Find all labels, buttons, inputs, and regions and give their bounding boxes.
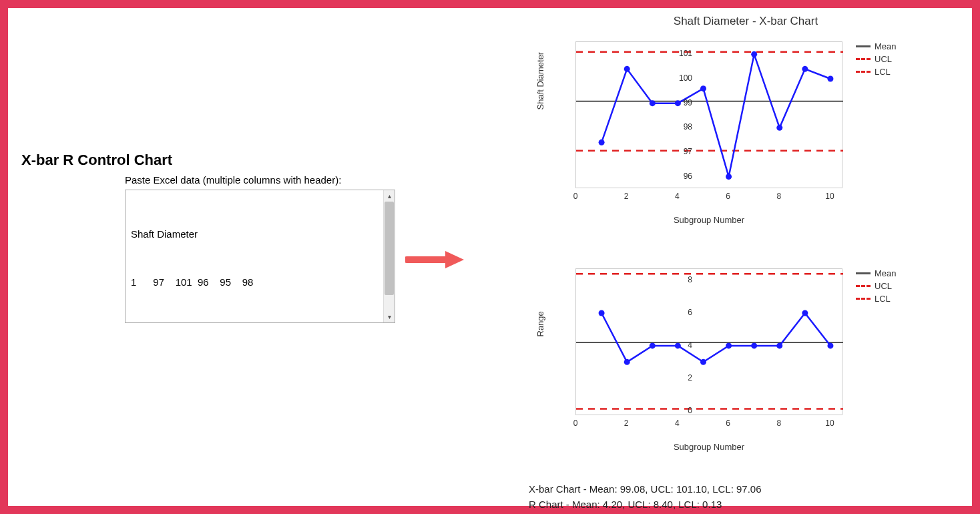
x-tick: 10 [825, 419, 834, 428]
x-tick: 4 [675, 419, 680, 428]
x-tick: 0 [573, 192, 578, 201]
legend-lcl: LCL [856, 67, 897, 77]
y-tick: 2 [666, 373, 692, 382]
arrow-icon [405, 250, 465, 270]
chart-main-title: Shaft Diameter - X-bar Chart [529, 15, 963, 28]
legend-ucl: UCL [856, 281, 897, 291]
data-textarea[interactable]: Shaft Diameter 1 97 101 96 95 98 2 99 10… [125, 190, 395, 323]
y-tick: 96 [666, 172, 692, 181]
svg-point-11 [751, 51, 757, 57]
y-tick: 98 [666, 122, 692, 132]
data-row: 1 97 101 96 95 98 [131, 274, 389, 290]
data-textarea-content[interactable]: Shaft Diameter 1 97 101 96 95 98 2 99 10… [126, 190, 395, 323]
x-tick: 10 [825, 192, 834, 201]
summary-xbar: X-bar Chart - Mean: 99.08, UCL: 101.10, … [529, 482, 963, 497]
x-tick: 6 [726, 419, 730, 428]
scrollbar[interactable]: ▴ ▾ [383, 190, 395, 322]
svg-point-10 [726, 174, 732, 180]
right-panel: Shaft Diameter - X-bar Chart Shaft Diame… [529, 15, 963, 512]
legend-swatch-mean [856, 272, 871, 274]
summary-r: R Chart - Mean: 4.20, UCL: 8.40, LCL: 0.… [529, 497, 963, 513]
y-tick: 6 [666, 308, 692, 317]
legend-ucl: UCL [856, 54, 897, 64]
svg-point-12 [776, 125, 782, 131]
summary-block: X-bar Chart - Mean: 99.08, UCL: 101.10, … [529, 482, 963, 512]
svg-point-22 [700, 359, 706, 365]
svg-point-5 [599, 140, 605, 146]
legend-mean: Mean [856, 41, 897, 51]
svg-point-6 [624, 66, 630, 72]
legend-swatch-ucl [856, 285, 871, 287]
y-tick: 99 [666, 98, 692, 107]
x-tick: 8 [776, 419, 781, 428]
x-tick: 6 [726, 192, 730, 201]
y-tick: 100 [666, 73, 692, 83]
data-row: 2 99 100 102 101 100 [131, 322, 389, 323]
x-tick: 2 [624, 192, 629, 201]
scroll-down-icon[interactable]: ▾ [384, 311, 395, 322]
x-axis-label: Subgroup Number [575, 215, 842, 225]
page: X-bar R Control Chart Paste Excel data (… [8, 8, 972, 506]
legend-swatch-mean [856, 45, 871, 47]
scroll-thumb[interactable] [385, 202, 394, 295]
y-tick: 8 [666, 275, 692, 284]
svg-point-24 [751, 342, 757, 348]
y-tick: 4 [666, 340, 692, 350]
legend-swatch-ucl [856, 58, 871, 60]
x-tick: 2 [624, 419, 629, 428]
x-tick: 0 [573, 419, 578, 428]
svg-point-13 [802, 66, 808, 72]
svg-point-27 [827, 342, 833, 348]
left-panel: X-bar R Control Chart Paste Excel data (… [21, 152, 395, 323]
y-tick: 101 [666, 49, 692, 58]
svg-point-18 [599, 310, 605, 316]
xbar-chart: Shaft Diameter Subgroup Number Mean UCL … [529, 35, 963, 235]
y-tick: 97 [666, 147, 692, 156]
svg-point-25 [776, 342, 782, 348]
svg-point-19 [624, 359, 630, 365]
legend-mean: Mean [856, 268, 897, 278]
y-tick: 0 [666, 406, 692, 415]
legend: Mean UCL LCL [856, 268, 897, 306]
plot-area[interactable] [575, 268, 842, 415]
r-chart: Range Subgroup Number Mean UCL LCL 02468… [529, 262, 963, 462]
legend-swatch-lcl [856, 298, 871, 300]
page-title: X-bar R Control Chart [21, 152, 395, 169]
svg-marker-1 [445, 251, 464, 268]
svg-point-14 [827, 76, 833, 82]
y-axis-label: Range [535, 311, 545, 336]
y-axis-label: Shaft Diameter [535, 52, 545, 110]
paste-label: Paste Excel data (multiple columns with … [125, 174, 395, 186]
legend: Mean UCL LCL [856, 41, 897, 79]
scroll-up-icon[interactable]: ▴ [384, 190, 395, 202]
svg-point-23 [726, 342, 732, 348]
x-axis-label: Subgroup Number [575, 442, 842, 452]
svg-point-20 [650, 342, 656, 348]
legend-swatch-lcl [856, 71, 871, 73]
svg-point-26 [802, 310, 808, 316]
svg-point-7 [650, 100, 656, 106]
svg-point-9 [700, 85, 706, 91]
x-tick: 4 [675, 192, 680, 201]
plot-area[interactable] [575, 41, 842, 188]
data-header: Shaft Diameter [131, 226, 389, 242]
legend-lcl: LCL [856, 294, 897, 304]
x-tick: 8 [776, 192, 781, 201]
